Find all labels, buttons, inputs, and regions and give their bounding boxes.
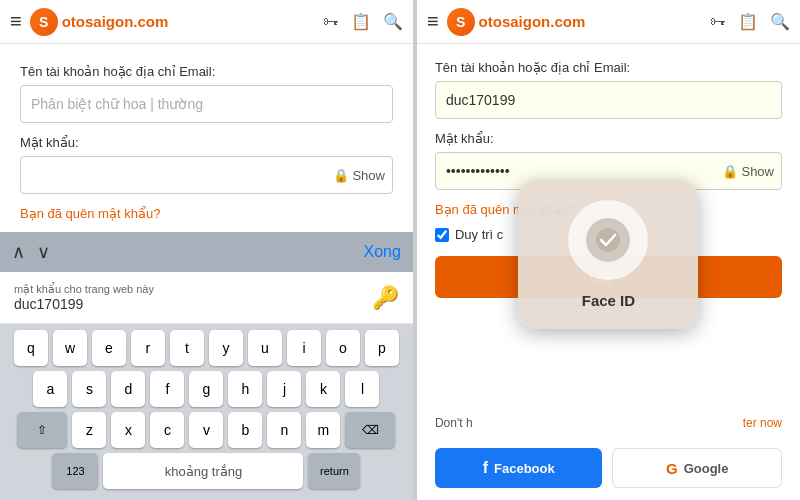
right-email-input[interactable]: [435, 81, 782, 119]
left-forgot-link[interactable]: Bạn đã quên mật khẩu?: [20, 206, 393, 221]
right-remember-label: Duy trì c: [455, 227, 503, 242]
left-keyboard-toolbar: ∧ ∨ Xong: [0, 232, 413, 272]
key-y[interactable]: y: [209, 330, 243, 366]
right-register-link[interactable]: ter now: [743, 416, 782, 430]
right-logo-circle: S: [447, 8, 475, 36]
key-t[interactable]: t: [170, 330, 204, 366]
left-hint-text: mật khẩu cho trang web này duc170199: [14, 283, 154, 312]
left-keyboard-rows: q w e r t y u i o p a s d f g h j k l: [0, 324, 413, 500]
key-s[interactable]: s: [72, 371, 106, 407]
key-h[interactable]: h: [228, 371, 262, 407]
key-e[interactable]: e: [92, 330, 126, 366]
key-numbers[interactable]: 123: [52, 453, 98, 489]
left-hint-line2: duc170199: [14, 296, 154, 312]
left-hamburger-icon[interactable]: ≡: [10, 10, 22, 33]
key-g[interactable]: g: [189, 371, 223, 407]
left-key-icon[interactable]: 🗝: [323, 13, 339, 31]
left-password-hint[interactable]: mật khẩu cho trang web này duc170199 🔑: [0, 272, 413, 324]
face-id-circle: [568, 200, 648, 280]
key-p[interactable]: p: [365, 330, 399, 366]
left-hint-key-icon: 🔑: [372, 285, 399, 311]
key-n[interactable]: n: [267, 412, 301, 448]
left-key-row-4: 123 khoảng trắng return: [4, 453, 409, 489]
key-d[interactable]: d: [111, 371, 145, 407]
right-google-button[interactable]: G Google: [612, 448, 782, 488]
key-l[interactable]: l: [345, 371, 379, 407]
right-nav-icons: 🗝 📋 🔍: [710, 12, 790, 31]
right-panel: ≡ S otosaigon.com 🗝 📋 🔍 Tên tài khoản ho…: [417, 0, 800, 500]
key-u[interactable]: u: [248, 330, 282, 366]
right-key-icon[interactable]: 🗝: [710, 13, 726, 31]
left-email-label: Tên tài khoản hoặc địa chỉ Email:: [20, 64, 393, 79]
key-x[interactable]: x: [111, 412, 145, 448]
face-id-check-icon: [586, 218, 630, 262]
left-toolbar-up-button[interactable]: ∧: [12, 241, 25, 263]
key-shift[interactable]: ⇧: [17, 412, 67, 448]
key-q[interactable]: q: [14, 330, 48, 366]
left-key-row-1: q w e r t y u i o p: [4, 330, 409, 366]
key-m[interactable]: m: [306, 412, 340, 448]
key-i[interactable]: i: [287, 330, 321, 366]
key-backspace[interactable]: ⌫: [345, 412, 395, 448]
left-logo: S otosaigon.com: [30, 8, 169, 36]
right-email-label: Tên tài khoản hoặc địa chỉ Email:: [435, 60, 782, 75]
right-clipboard-icon[interactable]: 📋: [738, 12, 758, 31]
left-toolbar-nav: ∧ ∨: [12, 241, 50, 263]
right-remember-checkbox[interactable]: [435, 228, 449, 242]
key-j[interactable]: j: [267, 371, 301, 407]
checkmark-icon: [595, 227, 621, 253]
key-v[interactable]: v: [189, 412, 223, 448]
right-logo-text: otosaigon.com: [479, 13, 586, 30]
left-password-wrapper: 🔒 Show: [20, 156, 393, 194]
key-b[interactable]: b: [228, 412, 262, 448]
left-email-input[interactable]: [20, 85, 393, 123]
left-logo-text: otosaigon.com: [62, 13, 169, 30]
left-nav-icons: 🗝 📋 🔍: [323, 12, 403, 31]
key-c[interactable]: c: [150, 412, 184, 448]
right-nav-bar: ≡ S otosaigon.com 🗝 📋 🔍: [417, 0, 800, 44]
left-search-icon[interactable]: 🔍: [383, 12, 403, 31]
left-logo-circle: S: [30, 8, 58, 36]
key-r[interactable]: r: [131, 330, 165, 366]
left-key-row-3: ⇧ z x c v b n m ⌫: [4, 412, 409, 448]
right-password-label: Mật khẩu:: [435, 131, 782, 146]
key-z[interactable]: z: [72, 412, 106, 448]
right-show-password-button[interactable]: 🔒 Show: [722, 164, 774, 179]
left-password-label: Mật khẩu:: [20, 135, 393, 150]
face-id-label: Face ID: [582, 292, 635, 309]
key-w[interactable]: w: [53, 330, 87, 366]
face-id-overlay: Face ID: [518, 180, 698, 329]
left-hint-line1: mật khẩu cho trang web này: [14, 283, 154, 296]
key-a[interactable]: a: [33, 371, 67, 407]
left-panel: ≡ S otosaigon.com 🗝 📋 🔍 Tên tài khoản ho…: [0, 0, 413, 500]
left-key-row-2: a s d f g h j k l: [4, 371, 409, 407]
left-toolbar-down-button[interactable]: ∨: [37, 241, 50, 263]
key-f[interactable]: f: [150, 371, 184, 407]
key-k[interactable]: k: [306, 371, 340, 407]
left-clipboard-icon[interactable]: 📋: [351, 12, 371, 31]
facebook-icon: f: [483, 459, 488, 477]
google-icon: G: [666, 460, 678, 477]
right-hamburger-icon[interactable]: ≡: [427, 10, 439, 33]
left-toolbar-done-button[interactable]: Xong: [364, 243, 401, 261]
right-dont-have-text: Don't h: [435, 416, 473, 430]
key-return[interactable]: return: [308, 453, 360, 489]
left-show-password-button[interactable]: 🔒 Show: [333, 168, 385, 183]
key-space[interactable]: khoảng trắng: [103, 453, 303, 489]
right-facebook-button[interactable]: f Facebook: [435, 448, 603, 488]
left-nav-bar: ≡ S otosaigon.com 🗝 📋 🔍: [0, 0, 413, 44]
right-register-row: Don't h ter now: [417, 416, 800, 438]
left-keyboard-area: ∧ ∨ Xong mật khẩu cho trang web này duc1…: [0, 232, 413, 500]
right-search-icon[interactable]: 🔍: [770, 12, 790, 31]
svg-point-0: [596, 228, 620, 252]
right-social-row: f Facebook G Google: [417, 448, 800, 488]
key-o[interactable]: o: [326, 330, 360, 366]
right-logo: S otosaigon.com: [447, 8, 586, 36]
